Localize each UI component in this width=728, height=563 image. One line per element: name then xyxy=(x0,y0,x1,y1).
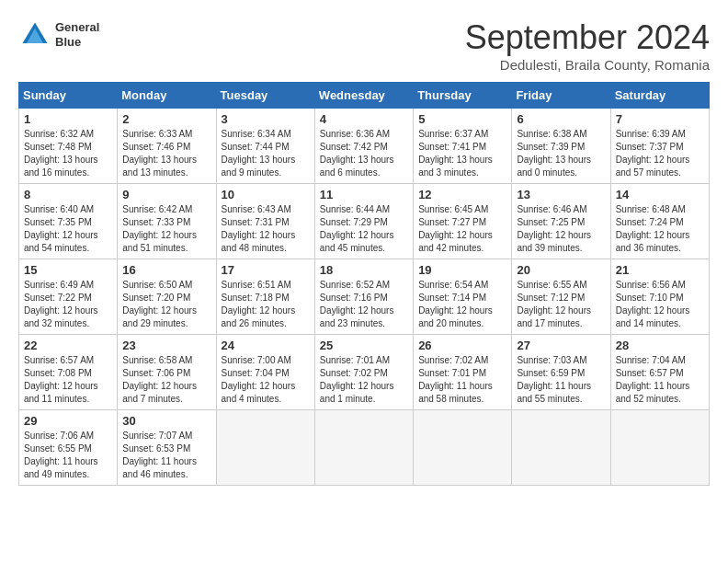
calendar-cell: 16Sunrise: 6:50 AMSunset: 7:20 PMDayligh… xyxy=(118,259,216,335)
calendar-week-row: 15Sunrise: 6:49 AMSunset: 7:22 PMDayligh… xyxy=(19,259,710,335)
calendar-cell: 22Sunrise: 6:57 AMSunset: 7:08 PMDayligh… xyxy=(19,335,118,410)
cell-info: Sunrise: 6:48 AMSunset: 7:24 PMDaylight:… xyxy=(616,203,704,255)
day-number: 28 xyxy=(616,339,704,352)
calendar-cell: 15Sunrise: 6:49 AMSunset: 7:22 PMDayligh… xyxy=(19,259,118,335)
logo-line1: General xyxy=(55,20,99,35)
calendar-week-row: 8Sunrise: 6:40 AMSunset: 7:35 PMDaylight… xyxy=(19,184,710,259)
cell-info: Sunrise: 6:36 AMSunset: 7:42 PMDaylight:… xyxy=(320,128,408,179)
day-number: 8 xyxy=(24,188,112,201)
day-number: 7 xyxy=(616,112,704,126)
calendar-cell: 24Sunrise: 7:00 AMSunset: 7:04 PMDayligh… xyxy=(216,335,314,410)
day-number: 6 xyxy=(517,112,605,126)
calendar-body: 1Sunrise: 6:32 AMSunset: 7:48 PMDaylight… xyxy=(19,109,710,486)
cell-info: Sunrise: 7:01 AMSunset: 7:02 PMDaylight:… xyxy=(320,354,408,406)
logo-text: General Blue xyxy=(55,20,99,49)
cell-info: Sunrise: 6:58 AMSunset: 7:06 PMDaylight:… xyxy=(122,354,210,406)
cell-info: Sunrise: 6:46 AMSunset: 7:25 PMDaylight:… xyxy=(517,203,605,255)
calendar-cell: 1Sunrise: 6:32 AMSunset: 7:48 PMDaylight… xyxy=(19,109,118,184)
day-number: 16 xyxy=(122,263,210,277)
calendar-cell: 23Sunrise: 6:58 AMSunset: 7:06 PMDayligh… xyxy=(118,335,216,410)
calendar-header: SundayMondayTuesdayWednesdayThursdayFrid… xyxy=(19,83,710,109)
cell-info: Sunrise: 6:38 AMSunset: 7:39 PMDaylight:… xyxy=(517,128,605,179)
day-number: 19 xyxy=(418,263,506,277)
day-number: 20 xyxy=(517,263,605,277)
month-title: September 2024 xyxy=(465,18,710,57)
cell-info: Sunrise: 6:49 AMSunset: 7:22 PMDaylight:… xyxy=(24,279,112,330)
calendar-week-row: 22Sunrise: 6:57 AMSunset: 7:08 PMDayligh… xyxy=(19,335,710,410)
logo: General Blue xyxy=(18,18,99,52)
weekday-header: Wednesday xyxy=(314,83,413,109)
calendar-cell xyxy=(216,410,314,486)
cell-info: Sunrise: 6:44 AMSunset: 7:29 PMDaylight:… xyxy=(320,203,408,255)
calendar-cell: 30Sunrise: 7:07 AMSunset: 6:53 PMDayligh… xyxy=(118,410,216,486)
day-number: 21 xyxy=(616,263,704,277)
calendar-table: SundayMondayTuesdayWednesdayThursdayFrid… xyxy=(18,82,710,486)
cell-info: Sunrise: 6:50 AMSunset: 7:20 PMDaylight:… xyxy=(122,279,210,330)
weekday-header: Monday xyxy=(118,83,216,109)
calendar-cell xyxy=(610,410,709,486)
cell-info: Sunrise: 6:55 AMSunset: 7:12 PMDaylight:… xyxy=(517,279,605,330)
day-number: 30 xyxy=(122,414,210,428)
cell-info: Sunrise: 6:56 AMSunset: 7:10 PMDaylight:… xyxy=(616,279,704,330)
weekday-header: Sunday xyxy=(19,83,118,109)
calendar-cell xyxy=(512,410,610,486)
cell-info: Sunrise: 6:54 AMSunset: 7:14 PMDaylight:… xyxy=(418,279,506,330)
day-number: 25 xyxy=(320,339,408,352)
calendar-cell: 7Sunrise: 6:39 AMSunset: 7:37 PMDaylight… xyxy=(610,109,709,184)
day-number: 14 xyxy=(616,188,704,201)
day-number: 23 xyxy=(122,339,210,352)
cell-info: Sunrise: 7:03 AMSunset: 6:59 PMDaylight:… xyxy=(517,354,605,406)
cell-info: Sunrise: 7:02 AMSunset: 7:01 PMDaylight:… xyxy=(418,354,506,406)
cell-info: Sunrise: 6:37 AMSunset: 7:41 PMDaylight:… xyxy=(418,128,506,179)
calendar-cell: 21Sunrise: 6:56 AMSunset: 7:10 PMDayligh… xyxy=(610,259,709,335)
calendar-week-row: 1Sunrise: 6:32 AMSunset: 7:48 PMDaylight… xyxy=(19,109,710,184)
location-subtitle: Dedulesti, Braila County, Romania xyxy=(465,57,710,73)
cell-info: Sunrise: 6:39 AMSunset: 7:37 PMDaylight:… xyxy=(616,128,704,179)
calendar-cell: 10Sunrise: 6:43 AMSunset: 7:31 PMDayligh… xyxy=(216,184,314,259)
day-number: 1 xyxy=(24,112,112,126)
cell-info: Sunrise: 6:33 AMSunset: 7:46 PMDaylight:… xyxy=(122,128,210,179)
cell-info: Sunrise: 6:45 AMSunset: 7:27 PMDaylight:… xyxy=(418,203,506,255)
weekday-row: SundayMondayTuesdayWednesdayThursdayFrid… xyxy=(19,83,710,109)
day-number: 15 xyxy=(24,263,112,277)
day-number: 11 xyxy=(320,188,408,201)
day-number: 17 xyxy=(222,263,310,277)
calendar-cell: 13Sunrise: 6:46 AMSunset: 7:25 PMDayligh… xyxy=(512,184,610,259)
title-block: September 2024 Dedulesti, Braila County,… xyxy=(465,18,710,73)
calendar-cell: 28Sunrise: 7:04 AMSunset: 6:57 PMDayligh… xyxy=(610,335,709,410)
cell-info: Sunrise: 7:04 AMSunset: 6:57 PMDaylight:… xyxy=(616,354,704,406)
calendar-cell: 6Sunrise: 6:38 AMSunset: 7:39 PMDaylight… xyxy=(512,109,610,184)
logo-icon xyxy=(18,18,51,52)
calendar-cell: 12Sunrise: 6:45 AMSunset: 7:27 PMDayligh… xyxy=(414,184,512,259)
calendar-week-row: 29Sunrise: 7:06 AMSunset: 6:55 PMDayligh… xyxy=(19,410,710,486)
calendar-cell: 5Sunrise: 6:37 AMSunset: 7:41 PMDaylight… xyxy=(414,109,512,184)
cell-info: Sunrise: 6:52 AMSunset: 7:16 PMDaylight:… xyxy=(320,279,408,330)
day-number: 12 xyxy=(418,188,506,201)
weekday-header: Thursday xyxy=(414,83,512,109)
calendar-cell: 8Sunrise: 6:40 AMSunset: 7:35 PMDaylight… xyxy=(19,184,118,259)
calendar-cell: 2Sunrise: 6:33 AMSunset: 7:46 PMDaylight… xyxy=(118,109,216,184)
day-number: 27 xyxy=(517,339,605,352)
cell-info: Sunrise: 6:57 AMSunset: 7:08 PMDaylight:… xyxy=(24,354,112,406)
cell-info: Sunrise: 6:43 AMSunset: 7:31 PMDaylight:… xyxy=(222,203,310,255)
cell-info: Sunrise: 7:06 AMSunset: 6:55 PMDaylight:… xyxy=(24,430,112,481)
day-number: 4 xyxy=(320,112,408,126)
calendar-cell: 26Sunrise: 7:02 AMSunset: 7:01 PMDayligh… xyxy=(414,335,512,410)
calendar-cell: 4Sunrise: 6:36 AMSunset: 7:42 PMDaylight… xyxy=(314,109,413,184)
calendar-cell: 17Sunrise: 6:51 AMSunset: 7:18 PMDayligh… xyxy=(216,259,314,335)
calendar-cell: 19Sunrise: 6:54 AMSunset: 7:14 PMDayligh… xyxy=(414,259,512,335)
cell-info: Sunrise: 6:32 AMSunset: 7:48 PMDaylight:… xyxy=(24,128,112,179)
day-number: 10 xyxy=(222,188,310,201)
day-number: 26 xyxy=(418,339,506,352)
calendar-cell: 29Sunrise: 7:06 AMSunset: 6:55 PMDayligh… xyxy=(19,410,118,486)
weekday-header: Friday xyxy=(512,83,610,109)
cell-info: Sunrise: 6:42 AMSunset: 7:33 PMDaylight:… xyxy=(122,203,210,255)
cell-info: Sunrise: 6:34 AMSunset: 7:44 PMDaylight:… xyxy=(222,128,310,179)
day-number: 24 xyxy=(222,339,310,352)
calendar-cell: 25Sunrise: 7:01 AMSunset: 7:02 PMDayligh… xyxy=(314,335,413,410)
cell-info: Sunrise: 6:40 AMSunset: 7:35 PMDaylight:… xyxy=(24,203,112,255)
logo-line2: Blue xyxy=(55,35,99,50)
calendar-cell: 14Sunrise: 6:48 AMSunset: 7:24 PMDayligh… xyxy=(610,184,709,259)
day-number: 22 xyxy=(24,339,112,352)
day-number: 2 xyxy=(122,112,210,126)
